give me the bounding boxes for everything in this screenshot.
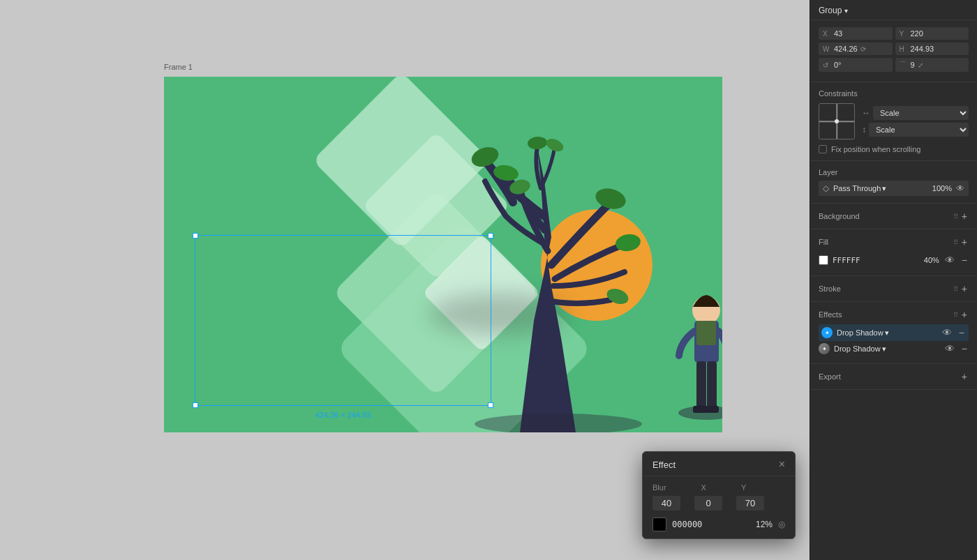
popup-values-row: 40 0 70 bbox=[652, 496, 785, 510]
fill-title: Fill bbox=[819, 238, 828, 246]
fill-icons: ⠿ + bbox=[953, 236, 969, 248]
stroke-icons: ⠿ + bbox=[953, 283, 969, 294]
fill-remove-button[interactable]: − bbox=[960, 255, 969, 266]
effect-2-eye-button[interactable]: 👁 bbox=[944, 343, 956, 354]
fill-section: Fill ⠿ + FFFFFF 40% 👁 − bbox=[810, 229, 977, 276]
effect-item-1[interactable]: ✦ Drop Shadow ▾ 👁 − bbox=[819, 324, 969, 341]
stroke-add-button[interactable]: + bbox=[960, 283, 969, 294]
svg-rect-22 bbox=[696, 321, 716, 345]
background-section: Background ⠿ + bbox=[810, 204, 977, 229]
layer-section: Layer ◇ Pass Through ▾ 100% 👁 bbox=[810, 161, 977, 204]
effect-icon-1: ✦ bbox=[821, 327, 833, 338]
x-value: 43 bbox=[834, 29, 842, 38]
w-label: W bbox=[823, 45, 831, 53]
fill-eye-button[interactable]: 👁 bbox=[944, 255, 956, 266]
effects-icons: ⠿ + bbox=[953, 309, 969, 320]
effect-2-remove-button[interactable]: − bbox=[960, 343, 969, 354]
effects-header: Effects ⠿ + bbox=[819, 309, 969, 320]
constraints-section: Constraints ↔ Scale ↕ Scale bbox=[810, 82, 977, 161]
stroke-header: Stroke ⠿ + bbox=[819, 283, 969, 294]
popup-opacity[interactable]: 12% bbox=[756, 520, 773, 529]
blend-icon: ◇ bbox=[823, 183, 829, 193]
export-add-button[interactable]: + bbox=[960, 371, 969, 382]
h-value: 244.93 bbox=[911, 45, 934, 53]
effect-item-2[interactable]: ✦ Drop Shadow ▾ 👁 − bbox=[819, 341, 969, 356]
canvas-area: Frame 1 bbox=[0, 0, 810, 560]
svg-rect-18 bbox=[707, 361, 717, 410]
right-panel: Group ▾ X 43 Y 220 W 424.26 ⟳ H 244.93 bbox=[810, 0, 977, 560]
h-constraint-icon: ↔ bbox=[862, 108, 870, 118]
y-value: 220 bbox=[911, 29, 923, 38]
fill-opacity[interactable]: 40% bbox=[924, 256, 939, 264]
effect-name-2: Drop Shadow ▾ bbox=[834, 345, 939, 354]
effects-add-button[interactable]: + bbox=[960, 309, 969, 320]
blur-value[interactable]: 40 bbox=[652, 496, 680, 510]
popup-header: Effect × bbox=[643, 452, 795, 476]
effects-section: Effects ⠿ + ✦ Drop Shadow ▾ 👁 − ✦ Drop S… bbox=[810, 302, 977, 364]
rotate-field[interactable]: ↺ 0° bbox=[819, 58, 893, 72]
fill-add-button[interactable]: + bbox=[960, 236, 969, 248]
x-field[interactable]: X 43 bbox=[819, 27, 893, 40]
illustration-svg bbox=[164, 77, 722, 432]
constraint-box bbox=[819, 103, 855, 139]
w-field[interactable]: W 424.26 ⟳ bbox=[819, 43, 893, 55]
popup-fields-header: Blur X Y bbox=[652, 483, 785, 492]
fix-scroll-row: Fix position when scrolling bbox=[819, 145, 969, 153]
fill-color-swatch[interactable] bbox=[819, 255, 828, 265]
pos-grid-wh: W 424.26 ⟳ H 244.93 bbox=[819, 43, 969, 55]
fix-scroll-checkbox[interactable] bbox=[819, 145, 827, 153]
group-chevron[interactable]: ▾ bbox=[844, 7, 848, 15]
w-value: 424.26 bbox=[834, 45, 858, 53]
svg-rect-17 bbox=[696, 361, 706, 410]
fill-header: Fill ⠿ + bbox=[819, 236, 969, 248]
lock-icon: ⟳ bbox=[860, 45, 866, 53]
fill-drag-handle[interactable]: ⠿ bbox=[953, 239, 957, 246]
background-drag-handle[interactable]: ⠿ bbox=[953, 213, 957, 220]
blur-label: Blur bbox=[652, 483, 666, 492]
export-row: Export + bbox=[819, 371, 969, 382]
v-constraint-icon: ↕ bbox=[862, 125, 866, 135]
effect-1-eye-button[interactable]: 👁 bbox=[941, 327, 953, 338]
y-value[interactable]: 70 bbox=[736, 496, 764, 510]
layer-eye-icon[interactable]: 👁 bbox=[956, 183, 964, 193]
constraints-title: Constraints bbox=[819, 89, 969, 98]
popup-color-row: 000000 12% ◎ bbox=[652, 517, 785, 531]
y-label: Y bbox=[900, 30, 908, 38]
stroke-drag-handle[interactable]: ⠿ bbox=[953, 285, 957, 293]
popup-title: Effect bbox=[652, 460, 676, 470]
popup-hex[interactable]: 000000 bbox=[672, 520, 750, 529]
x-label: X bbox=[701, 483, 706, 492]
h-field[interactable]: H 244.93 bbox=[895, 43, 969, 55]
background-row: Background ⠿ + bbox=[819, 211, 969, 222]
opacity-value[interactable]: 100% bbox=[932, 184, 952, 192]
frame-label: Frame 1 bbox=[164, 63, 193, 71]
fill-hex[interactable]: FFFFFF bbox=[833, 256, 920, 265]
popup-close-button[interactable]: × bbox=[779, 459, 785, 470]
popup-opacity-icon: ◎ bbox=[778, 520, 785, 529]
stroke-section: Stroke ⠿ + bbox=[810, 276, 977, 302]
background-add-button[interactable]: + bbox=[960, 211, 969, 222]
layer-row: ◇ Pass Through ▾ 100% 👁 bbox=[819, 181, 969, 196]
corner-value: 9 bbox=[911, 61, 915, 69]
background-icons: ⠿ + bbox=[953, 211, 969, 222]
popup-color-swatch[interactable] bbox=[652, 517, 666, 531]
pos-grid-xy: X 43 Y 220 bbox=[819, 27, 969, 40]
rotate-value: 0° bbox=[834, 61, 842, 69]
group-header: Group ▾ bbox=[810, 0, 977, 20]
effect-1-remove-button[interactable]: − bbox=[957, 327, 966, 338]
h-constraint-select[interactable]: Scale bbox=[873, 106, 969, 120]
frame-container: 424.26 × 244.93 bbox=[164, 77, 722, 432]
v-constraint-select[interactable]: Scale bbox=[869, 123, 969, 137]
corner-label: ⌒ bbox=[900, 60, 908, 70]
popup-body: Blur X Y 40 0 70 000000 12% ◎ bbox=[643, 476, 795, 538]
background-title: Background bbox=[819, 212, 860, 220]
h-constraint-row: ↔ Scale bbox=[862, 106, 969, 120]
blend-mode[interactable]: Pass Through ▾ bbox=[833, 184, 928, 193]
layer-title: Layer bbox=[819, 168, 969, 176]
y-label: Y bbox=[741, 483, 746, 492]
corner-field[interactable]: ⌒ 9 ⤢ bbox=[895, 58, 969, 72]
x-value[interactable]: 0 bbox=[694, 496, 722, 510]
y-field[interactable]: Y 220 bbox=[895, 27, 969, 40]
effects-drag-handle[interactable]: ⠿ bbox=[953, 311, 957, 319]
constraints-widget: ↔ Scale ↕ Scale bbox=[819, 103, 969, 139]
